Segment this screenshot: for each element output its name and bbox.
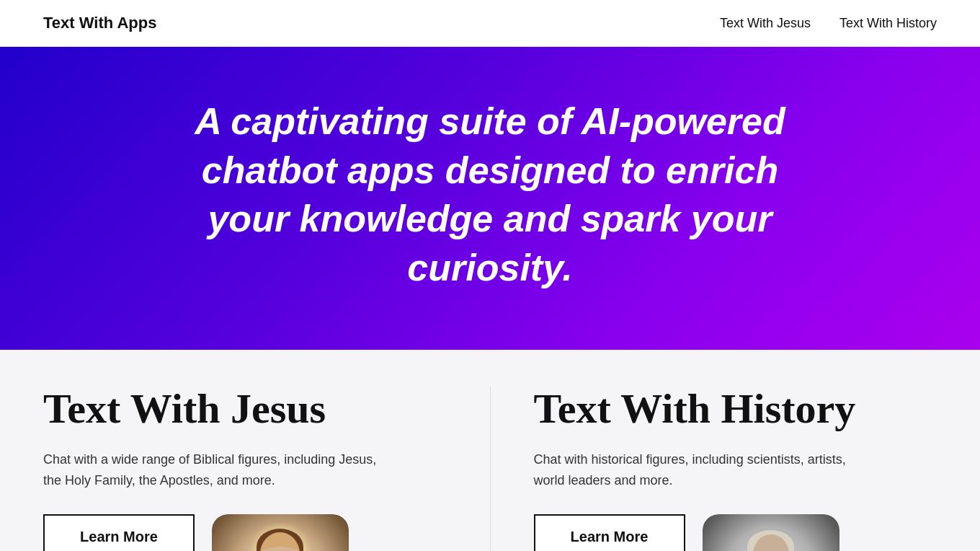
history-card-description: Chat with historical figures, including … bbox=[534, 449, 880, 491]
nav-brand[interactable]: Text With Apps bbox=[43, 14, 156, 32]
jesus-illustration bbox=[212, 514, 349, 551]
hero-section: A captivating suite of AI-powered chatbo… bbox=[0, 47, 980, 350]
navbar: Text With Apps Text With Jesus Text With… bbox=[0, 0, 980, 47]
history-card-title: Text With History bbox=[534, 386, 937, 432]
jesus-card: Text With Jesus Chat with a wide range o… bbox=[43, 386, 447, 551]
jesus-card-body: Learn More  Download on the App Store bbox=[43, 514, 447, 551]
history-app-image bbox=[703, 514, 839, 551]
jesus-card-description: Chat with a wide range of Biblical figur… bbox=[43, 449, 389, 491]
nav-link-jesus[interactable]: Text With Jesus bbox=[720, 16, 811, 31]
jesus-learn-more-button[interactable]: Learn More bbox=[43, 514, 195, 551]
nav-links: Text With Jesus Text With History bbox=[720, 16, 937, 31]
main-content: Text With Jesus Chat with a wide range o… bbox=[0, 350, 980, 551]
history-illustration bbox=[703, 514, 839, 551]
jesus-app-image bbox=[212, 514, 349, 551]
history-card: Text With History Chat with historical f… bbox=[534, 386, 937, 551]
jesus-card-title: Text With Jesus bbox=[43, 386, 447, 432]
nav-link-history[interactable]: Text With History bbox=[839, 16, 937, 31]
card-divider bbox=[490, 386, 491, 551]
jesus-app-buttons: Learn More  Download on the App Store bbox=[43, 514, 195, 551]
history-learn-more-button[interactable]: Learn More bbox=[534, 514, 685, 551]
history-app-buttons: Learn More  Download on the App Store bbox=[534, 514, 685, 551]
history-card-body: Learn More  Download on the App Store bbox=[534, 514, 937, 551]
hero-title: A captivating suite of AI-powered chatbo… bbox=[166, 97, 814, 292]
